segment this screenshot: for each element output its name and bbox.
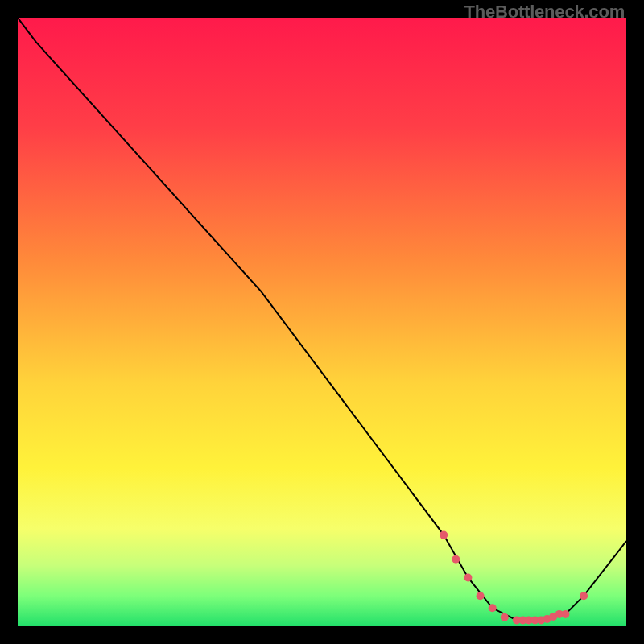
svg-rect-0	[18, 18, 626, 626]
chart-frame	[18, 18, 626, 626]
chart-background-gradient	[18, 18, 626, 626]
watermark-label: TheBottleneck.com	[464, 2, 625, 23]
